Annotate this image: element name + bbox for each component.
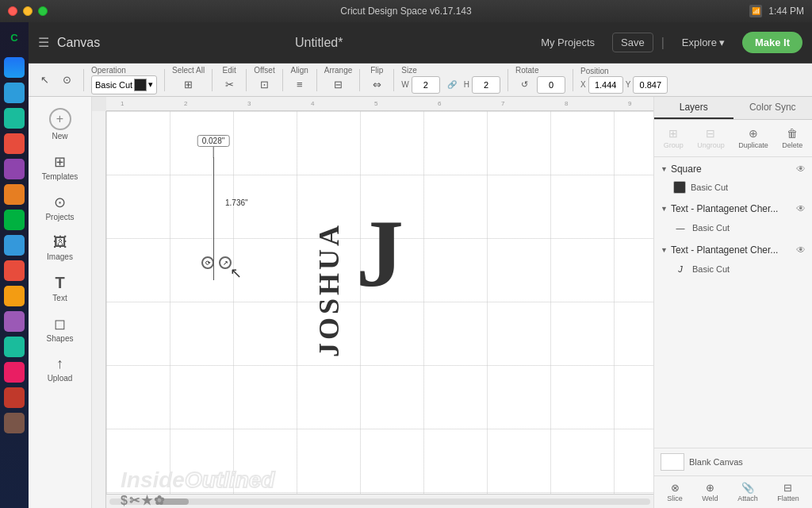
- edit-button[interactable]: ✂: [220, 75, 239, 94]
- offset-button[interactable]: ⊡: [255, 75, 274, 94]
- contour-tool-button[interactable]: ⊙: [57, 71, 76, 90]
- weld-icon: ⊕: [706, 482, 714, 494]
- ruler-horizontal: 1 2 3 4 5 6 7 8 9: [106, 97, 653, 111]
- tab-layers[interactable]: Layers: [654, 97, 733, 119]
- toolbar-flip: Flip ⇔: [367, 66, 386, 94]
- ruler-h-9: 9: [628, 100, 653, 107]
- hamburger-button[interactable]: ☰: [38, 35, 49, 50]
- make-it-button[interactable]: Make It: [742, 32, 802, 53]
- weld-button[interactable]: ⊕ Weld: [699, 479, 721, 505]
- eye-icon[interactable]: 👁: [796, 203, 806, 214]
- dimension-side-label: 1.736": [225, 198, 248, 207]
- dock-app-12[interactable]: [2, 386, 26, 410]
- select-all-button[interactable]: ⊞: [179, 75, 198, 94]
- dock-app-7[interactable]: [2, 259, 26, 283]
- dock-app-8[interactable]: [2, 284, 26, 308]
- delete-button[interactable]: 🗑 Delete: [778, 125, 806, 152]
- save-button[interactable]: Save: [612, 33, 653, 52]
- sidebar-item-projects[interactable]: ⊙ Projects: [33, 189, 88, 226]
- layer-header-square[interactable]: ▼ Square 👁: [654, 160, 812, 178]
- arrange-button[interactable]: ⊟: [329, 75, 348, 94]
- ruler-h-5: 5: [374, 100, 438, 107]
- dock-app-finder[interactable]: [2, 56, 26, 79]
- scrollbar-thumb[interactable]: [157, 498, 189, 505]
- sidebar-item-shapes[interactable]: ◻ Shapes: [33, 310, 88, 348]
- dock-app-3[interactable]: [2, 132, 26, 156]
- title-bar: Cricut Design Space v6.17.143 📶 1:44 PM: [0, 0, 812, 22]
- rotate-input[interactable]: [537, 76, 565, 94]
- minimize-button[interactable]: [23, 6, 33, 16]
- close-button[interactable]: [8, 6, 17, 16]
- eye-icon[interactable]: 👁: [796, 244, 806, 256]
- sidebar-item-text[interactable]: T Text: [33, 269, 88, 307]
- ungroup-button[interactable]: ⊟ Ungroup: [693, 125, 729, 152]
- layer-child-square-cut[interactable]: Basic Cut: [654, 178, 812, 197]
- traffic-lights[interactable]: [8, 6, 48, 16]
- canvas-grid[interactable]: 0.028" 1.736" ⟳ ↗ ↖: [106, 111, 653, 494]
- align-button[interactable]: ≡: [290, 75, 309, 94]
- attach-button[interactable]: 📎 Attach: [734, 479, 761, 505]
- dock-app-4[interactable]: [2, 157, 26, 181]
- size-h-input[interactable]: [472, 76, 500, 94]
- pos-x-input[interactable]: [588, 76, 623, 94]
- wifi-icon: 📶: [749, 5, 762, 17]
- divider-5: [282, 69, 283, 91]
- my-projects-button[interactable]: My Projects: [531, 33, 604, 52]
- select-tool-button[interactable]: ↖: [35, 71, 54, 90]
- lock-aspect-icon[interactable]: 🔗: [442, 75, 462, 94]
- flip-button[interactable]: ⇔: [367, 75, 386, 94]
- sidebar-item-images[interactable]: 🖼 Images: [33, 229, 88, 266]
- toolbar-offset: Offset ⊡: [254, 66, 275, 94]
- handle-resize[interactable]: ↗: [219, 256, 232, 269]
- layer-header-text1[interactable]: ▼ Text - Plantagenet Cher... 👁: [654, 200, 812, 217]
- delete-icon: 🗑: [787, 127, 798, 140]
- text-joshua-element[interactable]: JOSHUA: [312, 222, 346, 357]
- text-joshua-content: JOSHUA: [312, 222, 346, 357]
- maximize-button[interactable]: [38, 6, 48, 16]
- layer-name-text1: Text - Plantagenet Cher...: [671, 203, 793, 214]
- pos-y-input[interactable]: [633, 76, 668, 94]
- layer-thumb-text2: J: [673, 262, 688, 276]
- canvas-area[interactable]: 1 2 3 4 5 6 7 8 9: [92, 97, 653, 508]
- dock-app-6[interactable]: [2, 233, 26, 257]
- dock-app-2[interactable]: [2, 106, 26, 130]
- eye-icon[interactable]: 👁: [796, 164, 806, 175]
- layer-child-text1-cut[interactable]: — Basic Cut: [654, 217, 812, 238]
- size-w-input[interactable]: [412, 76, 440, 94]
- operation-select[interactable]: Basic Cut ▾: [91, 75, 157, 94]
- divider-6: [316, 69, 317, 91]
- new-label: New: [52, 132, 67, 140]
- handle-rotate[interactable]: ⟳: [201, 256, 214, 269]
- text-j-element[interactable]: J: [356, 206, 404, 302]
- explore-button[interactable]: Explore ▾: [672, 33, 734, 52]
- document-title: Untitled*: [295, 36, 343, 49]
- flatten-button[interactable]: ⊟ Flatten: [774, 479, 802, 505]
- dock-app-9[interactable]: [2, 310, 26, 333]
- slice-icon: ⊗: [671, 482, 680, 494]
- divider-4: [246, 69, 247, 91]
- dock-app-11[interactable]: [2, 360, 26, 384]
- layer-name-square: Square: [671, 164, 793, 175]
- dock-app-1[interactable]: [2, 81, 26, 105]
- duplicate-button[interactable]: ⊕ Duplicate: [734, 125, 772, 152]
- dock-app-5[interactable]: [2, 183, 26, 206]
- slice-button[interactable]: ⊗ Slice: [664, 479, 686, 505]
- dock-app-10[interactable]: [2, 335, 26, 359]
- dock-app-13[interactable]: [2, 411, 26, 435]
- ruler-h-4: 4: [311, 100, 374, 107]
- ruler-h-6: 6: [438, 100, 501, 107]
- layer-child-text2-cut[interactable]: J Basic Cut: [654, 259, 812, 279]
- sidebar-item-templates[interactable]: ⊞ Templates: [33, 148, 88, 186]
- dock-app-cricut[interactable]: [2, 208, 26, 232]
- ruler-h-2: 2: [184, 100, 247, 107]
- group-button[interactable]: ⊞ Group: [660, 125, 688, 152]
- layer-swatch: [673, 181, 686, 194]
- tab-color-sync[interactable]: Color Sync: [733, 97, 813, 119]
- sidebar-item-new[interactable]: + New: [33, 103, 88, 145]
- toolbar-operation: Operation Basic Cut ▾: [91, 66, 157, 94]
- layer-header-text2[interactable]: ▼ Text - Plantagenet Cher... 👁: [654, 241, 812, 259]
- sidebar-item-upload[interactable]: ↑ Upload: [33, 351, 88, 387]
- chevron-down-icon: ▼: [661, 205, 668, 213]
- panel-bottom: Blank Canvas: [654, 448, 812, 475]
- horizontal-scrollbar[interactable]: [106, 494, 653, 508]
